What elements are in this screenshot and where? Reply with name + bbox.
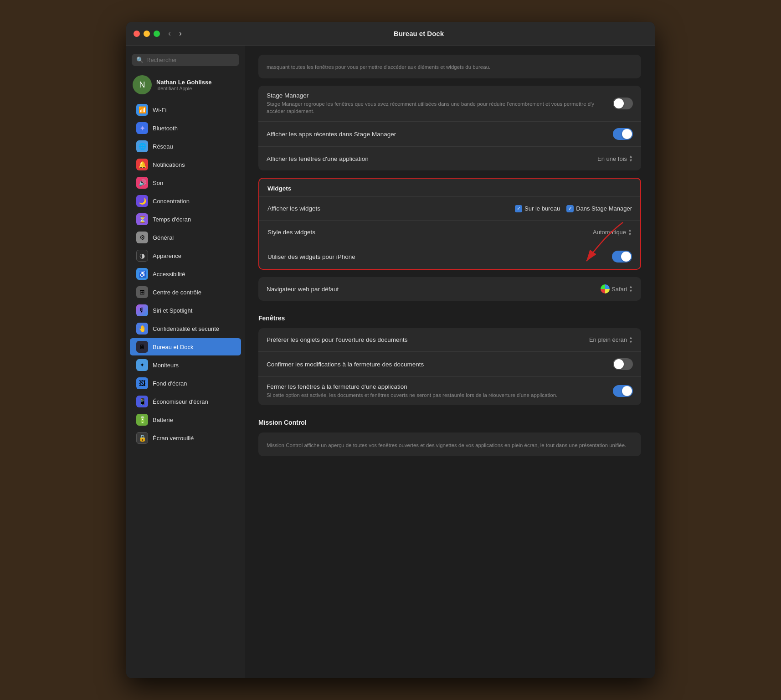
preferer-onglets-label: Préférer les onglets pour l'ouverture de… bbox=[267, 336, 589, 343]
sidebar-item-concentration[interactable]: 🌙 Concentration bbox=[130, 192, 241, 210]
stage-manager-row: Stage Manager Stage Manager regroupe les… bbox=[258, 86, 641, 122]
sidebar-item-economiseur[interactable]: 📱 Économiseur d'écran bbox=[130, 393, 241, 410]
fermer-label: Fermer les fenêtres à la fermeture d'une… bbox=[267, 383, 613, 390]
sidebar-item-confidentialite[interactable]: 🤚 Confidentialité et sécurité bbox=[130, 320, 241, 337]
sidebar-item-bluetooth[interactable]: ✦ Bluetooth bbox=[130, 119, 241, 137]
afficher-fenetres-label: Afficher les fenêtres d'une application bbox=[267, 155, 597, 162]
sidebar-item-ecran[interactable]: 🔒 Écran verrouillé bbox=[130, 429, 241, 447]
style-widgets-row: Style des widgets Automatique ▲ ▼ bbox=[259, 221, 640, 244]
mission-control-row: Mission Control affiche un aperçu de tou… bbox=[258, 432, 641, 456]
sidebar-item-notifications[interactable]: 🔔 Notifications bbox=[130, 156, 241, 173]
widgets-section-title: Widgets bbox=[267, 185, 632, 192]
sidebar-item-son[interactable]: 🔊 Son bbox=[130, 174, 241, 191]
fenetres-card: Préférer les onglets pour l'ouverture de… bbox=[258, 328, 641, 405]
sidebar-item-fond[interactable]: 🖼 Fond d'écran bbox=[130, 375, 241, 392]
general-icon: ⚙ bbox=[136, 232, 148, 243]
close-button[interactable] bbox=[134, 31, 140, 37]
afficher-fenetres-dropdown[interactable]: En une fois ▲ ▼ bbox=[597, 154, 633, 163]
confirmer-toggle[interactable] bbox=[613, 358, 633, 370]
preferer-onglets-row: Préférer les onglets pour l'ouverture de… bbox=[258, 328, 641, 352]
navigateur-dropdown-arrows-icon: ▲ ▼ bbox=[629, 285, 633, 293]
main-content: masquant toutes les fenêtres pour vous p… bbox=[245, 46, 655, 678]
checkbox-sur-bureau-box[interactable]: ✓ bbox=[515, 205, 522, 212]
sidebar-item-general[interactable]: ⚙ Général bbox=[130, 229, 241, 246]
sidebar-item-label: Moniteurs bbox=[153, 362, 179, 369]
ecran-icon: 🔒 bbox=[136, 432, 148, 444]
back-arrow[interactable]: ‹ bbox=[165, 28, 174, 39]
sidebar-item-label: Général bbox=[153, 234, 174, 241]
style-dropdown-arrows-icon: ▲ ▼ bbox=[628, 228, 632, 237]
minimize-button[interactable] bbox=[144, 31, 150, 37]
sidebar-item-label: Wi-Fi bbox=[153, 107, 166, 113]
preferer-onglets-dropdown[interactable]: En plein écran ▲ ▼ bbox=[589, 336, 633, 344]
sidebar-item-bureau[interactable]: 🖥 Bureau et Dock bbox=[130, 338, 241, 355]
checkbox-sur-bureau[interactable]: ✓ Sur le bureau bbox=[515, 205, 560, 212]
moniteurs-icon: ✦ bbox=[136, 359, 148, 371]
sidebar-item-label: Concentration bbox=[153, 198, 190, 205]
utiliser-widgets-toggle[interactable] bbox=[612, 251, 632, 262]
afficher-apps-row: Afficher les apps récentes dans Stage Ma… bbox=[258, 122, 641, 147]
navigateur-dropdown[interactable]: Safari ▲ ▼ bbox=[601, 284, 633, 293]
top-description-card: masquant toutes les fenêtres pour vous p… bbox=[258, 55, 641, 78]
sidebar-item-label: Économiseur d'écran bbox=[153, 398, 208, 405]
confirmer-label: Confirmer les modifications à la fermetu… bbox=[267, 361, 613, 368]
sidebar-item-label: Siri et Spotlight bbox=[153, 307, 192, 314]
sidebar-item-batterie[interactable]: 🔋 Batterie bbox=[130, 411, 241, 428]
sidebar-item-label: Notifications bbox=[153, 161, 185, 168]
checkbox-stage-manager-box[interactable]: ✓ bbox=[566, 205, 574, 212]
search-box[interactable]: 🔍 bbox=[132, 54, 239, 66]
sidebar-item-accessibilite[interactable]: ♿ Accessibilité bbox=[130, 265, 241, 283]
sidebar-item-siri[interactable]: 🎙 Siri et Spotlight bbox=[130, 302, 241, 319]
stage-manager-card: Stage Manager Stage Manager regroupe les… bbox=[258, 86, 641, 170]
avatar: N bbox=[133, 75, 152, 94]
dropdown-arrows-icon: ▲ ▼ bbox=[629, 154, 633, 163]
bureau-icon: 🖥 bbox=[136, 341, 148, 353]
sidebar-item-label: Bluetooth bbox=[153, 125, 178, 132]
maximize-button[interactable] bbox=[154, 31, 160, 37]
batterie-icon: 🔋 bbox=[136, 414, 148, 426]
temps-icon: ⏳ bbox=[136, 213, 148, 225]
sidebar-item-label: Son bbox=[153, 180, 163, 186]
fermer-description: Si cette option est activée, les documen… bbox=[267, 391, 613, 399]
search-container: 🔍 bbox=[126, 51, 245, 72]
mission-control-card: Mission Control affiche un aperçu de tou… bbox=[258, 432, 641, 456]
style-widgets-dropdown[interactable]: Automatique ▲ ▼ bbox=[593, 228, 632, 237]
sidebar-item-moniteurs[interactable]: ✦ Moniteurs bbox=[130, 356, 241, 374]
sidebar-item-apparence[interactable]: ◑ Apparence bbox=[130, 247, 241, 264]
afficher-apps-label: Afficher les apps récentes dans Stage Ma… bbox=[267, 131, 613, 138]
checkbox-stage-manager[interactable]: ✓ Dans Stage Manager bbox=[566, 205, 632, 212]
wifi-icon: 📶 bbox=[136, 104, 148, 116]
sidebar-item-reseau[interactable]: 🌐 Réseau bbox=[130, 138, 241, 155]
sidebar-item-label: Confidentialité et sécurité bbox=[153, 325, 219, 332]
sidebar-item-label: Temps d'écran bbox=[153, 216, 191, 223]
sidebar-item-label: Accessibilité bbox=[153, 271, 185, 278]
sidebar-item-label: Écran verrouillé bbox=[153, 435, 194, 442]
sidebar-item-wifi[interactable]: 📶 Wi-Fi bbox=[130, 101, 241, 118]
style-widgets-label: Style des widgets bbox=[267, 229, 593, 236]
settings-window: ‹ › Bureau et Dock 🔍 N Nathan Le Gohliss… bbox=[126, 22, 655, 678]
economiseur-icon: 📱 bbox=[136, 396, 148, 407]
sidebar-item-label: Bureau et Dock bbox=[153, 344, 194, 350]
fermer-toggle[interactable] bbox=[613, 385, 633, 397]
afficher-fenetres-value: En une fois bbox=[597, 155, 627, 162]
search-input[interactable] bbox=[146, 57, 235, 63]
stage-manager-toggle[interactable] bbox=[613, 98, 633, 109]
window-title: Bureau et Dock bbox=[190, 30, 647, 37]
son-icon: 🔊 bbox=[136, 177, 148, 189]
utiliser-widgets-row: Utiliser des widgets pour iPhone bbox=[259, 244, 640, 269]
safari-icon bbox=[601, 284, 610, 293]
checkmark-icon2: ✓ bbox=[568, 206, 572, 211]
user-profile[interactable]: N Nathan Le Gohlisse Identifiant Apple bbox=[126, 72, 245, 101]
sidebar-item-centre[interactable]: ⊞ Centre de contrôle bbox=[130, 283, 241, 301]
stage-manager-description: Stage Manager regroupe les fenêtres que … bbox=[267, 100, 613, 115]
navigation-arrows: ‹ › bbox=[165, 28, 185, 39]
navigateur-card: Navigateur web par défaut Safari ▲ ▼ bbox=[258, 277, 641, 301]
navigateur-value: Safari bbox=[611, 286, 627, 293]
sidebar: 🔍 N Nathan Le Gohlisse Identifiant Apple… bbox=[126, 46, 245, 678]
sidebar-item-label: Réseau bbox=[153, 143, 173, 150]
forward-arrow[interactable]: › bbox=[176, 28, 185, 39]
afficher-apps-toggle[interactable] bbox=[613, 128, 633, 140]
sidebar-item-temps[interactable]: ⏳ Temps d'écran bbox=[130, 211, 241, 228]
stage-manager-label: Stage Manager bbox=[267, 92, 613, 99]
reseau-icon: 🌐 bbox=[136, 140, 148, 152]
